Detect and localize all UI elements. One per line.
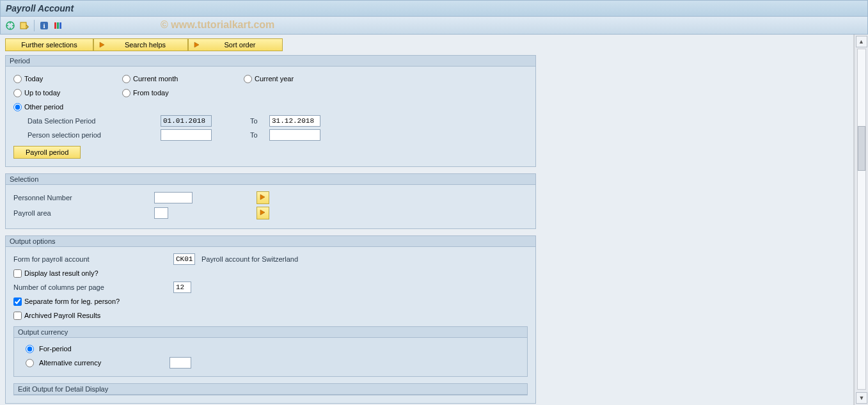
data-selection-from-input[interactable] (161, 115, 212, 127)
radio-current-month-input[interactable] (122, 75, 130, 83)
archived-results-checkbox[interactable] (13, 312, 22, 320)
personnel-number-label: Personnel Number (13, 194, 154, 202)
further-selections-button[interactable]: Further selections (5, 38, 93, 51)
scroll-track[interactable] (857, 49, 866, 390)
alt-currency-input[interactable] (170, 357, 191, 369)
radio-up-to-today-label: Up to today (24, 89, 60, 97)
further-selections-label: Further selections (21, 41, 77, 49)
payroll-period-button[interactable]: Payroll period (13, 146, 81, 159)
to-label-2: To (250, 131, 269, 139)
radio-for-period-input[interactable] (26, 345, 34, 353)
radio-up-to-today-input[interactable] (13, 89, 22, 97)
payroll-area-input[interactable] (154, 207, 168, 219)
radio-up-to-today[interactable]: Up to today (13, 89, 122, 97)
arrow-right-icon (259, 193, 267, 202)
page-title: Payroll Account (6, 3, 74, 13)
svg-text:i: i (43, 22, 45, 29)
radio-current-year-label: Current year (255, 75, 294, 83)
sort-order-label: Sort order (207, 41, 273, 49)
svg-rect-5 (20, 22, 26, 29)
period-group: Period Today Current month Current year (5, 55, 536, 167)
info-icon[interactable]: i (38, 20, 50, 31)
radio-current-month-label: Current month (133, 75, 178, 83)
separate-form-checkbox[interactable] (13, 298, 22, 306)
data-selection-period-label: Data Selection Period (28, 117, 161, 125)
radio-for-period[interactable]: For-period (26, 342, 516, 356)
radio-current-month[interactable]: Current month (122, 75, 244, 83)
radio-other-period[interactable]: Other period (13, 103, 122, 111)
edit-output-title: Edit Output for Detail Display (14, 384, 527, 395)
num-columns-label: Number of columns per page (13, 283, 173, 291)
radio-current-year-input[interactable] (244, 75, 252, 83)
radio-for-period-label: For-period (39, 345, 72, 353)
payroll-area-label: Payroll area (13, 209, 154, 217)
selection-group: Selection Personnel Number Payroll area (5, 173, 536, 229)
radio-current-year[interactable]: Current year (244, 75, 359, 83)
execute-icon[interactable] (4, 20, 16, 31)
radio-from-today-label: From today (133, 89, 169, 97)
radio-alt-currency-input[interactable] (26, 359, 34, 367)
radio-today-input[interactable] (13, 75, 22, 83)
radio-today-label: Today (24, 75, 43, 83)
separate-form-label: Separate form for leg. person? (24, 298, 120, 305)
svg-marker-13 (260, 195, 265, 200)
edit-output-group: Edit Output for Detail Display (13, 383, 528, 395)
sort-order-button[interactable]: Sort order (188, 38, 283, 51)
top-button-row: Further selections Search helps Sort ord… (5, 38, 848, 51)
display-last-result-label: Display last result only? (24, 269, 99, 277)
radio-from-today[interactable]: From today (122, 89, 244, 97)
form-payroll-account-desc: Payroll account for Switzerland (201, 255, 298, 263)
personnel-number-input[interactable] (154, 192, 193, 203)
radio-from-today-input[interactable] (122, 89, 130, 97)
radio-alt-currency-label: Alternative currency (39, 359, 167, 367)
output-options-title: Output options (6, 236, 535, 247)
separate-form-checkbox-row[interactable]: Separate form for leg. person? (13, 294, 528, 308)
search-helps-button[interactable]: Search helps (93, 38, 188, 51)
radio-alt-currency[interactable]: Alternative currency (26, 356, 516, 370)
payroll-area-multiselect-button[interactable] (256, 207, 269, 219)
person-selection-to-input[interactable] (269, 129, 320, 141)
svg-marker-11 (100, 42, 104, 47)
form-payroll-account-input[interactable] (173, 253, 195, 265)
display-last-result-checkbox[interactable] (13, 269, 22, 278)
person-selection-period-label: Person selection period (28, 131, 161, 139)
to-label-1: To (250, 117, 269, 125)
svg-marker-12 (194, 42, 199, 47)
archived-results-label: Archived Payroll Results (24, 312, 100, 319)
person-selection-from-input[interactable] (161, 129, 212, 141)
data-selection-to-input[interactable] (269, 115, 320, 127)
arrow-right-icon (259, 209, 267, 218)
svg-rect-9 (57, 22, 59, 29)
num-columns-input[interactable] (173, 282, 191, 293)
period-group-title: Period (6, 56, 535, 67)
app-toolbar: i © www.tutorialkart.com (0, 17, 868, 35)
selection-group-title: Selection (6, 174, 535, 185)
svg-rect-8 (54, 22, 56, 29)
payroll-period-label: Payroll period (26, 148, 68, 156)
scroll-down-arrow-icon[interactable]: ▼ (856, 392, 867, 404)
window-titlebar: Payroll Account (0, 0, 868, 17)
form-payroll-account-label: Form for payroll account (13, 255, 173, 263)
archived-results-checkbox-row[interactable]: Archived Payroll Results (13, 308, 528, 322)
watermark-text: © www.tutorialkart.com (161, 19, 274, 31)
display-last-result-checkbox-row[interactable]: Display last result only? (13, 266, 528, 280)
search-helps-label: Search helps (112, 41, 178, 49)
svg-rect-10 (59, 22, 61, 29)
radio-other-period-label: Other period (24, 103, 63, 111)
personnel-number-multiselect-button[interactable] (256, 191, 269, 204)
layout-icon[interactable] (52, 20, 64, 31)
radio-other-period-input[interactable] (13, 103, 22, 111)
output-currency-group: Output currency For-period Alternative c… (13, 326, 528, 377)
vertical-scrollbar[interactable]: ▲ ▼ (854, 35, 868, 405)
svg-marker-14 (260, 210, 265, 215)
scroll-thumb[interactable] (858, 126, 865, 171)
variant-icon[interactable] (19, 20, 30, 31)
radio-today[interactable]: Today (13, 75, 122, 83)
arrow-right-icon (193, 40, 201, 49)
arrow-right-icon (98, 40, 107, 49)
output-options-group: Output options Form for payroll account … (5, 235, 536, 404)
scroll-up-arrow-icon[interactable]: ▲ (856, 36, 867, 47)
output-currency-title: Output currency (14, 327, 527, 338)
main-content: Further selections Search helps Sort ord… (0, 35, 854, 405)
toolbar-separator (34, 20, 35, 31)
